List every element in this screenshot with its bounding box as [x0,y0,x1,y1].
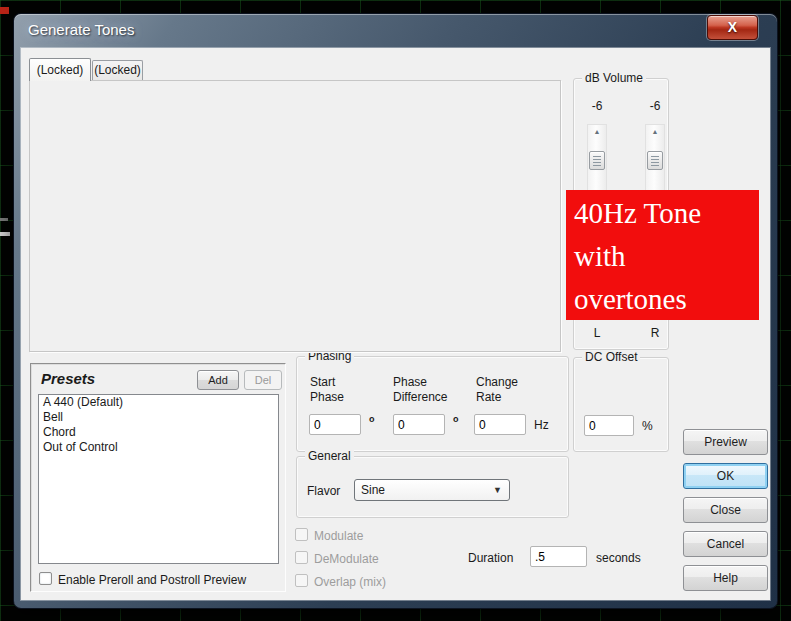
close-icon: X [728,19,737,35]
tab-label: (Locked) [94,63,141,77]
presets-listbox[interactable]: A 440 (Default) Bell Chord Out of Contro… [38,394,279,564]
overlap-checkbox[interactable] [295,574,308,587]
channel-right-label: R [645,326,665,340]
label-line: Start [310,375,335,389]
modulate-checkbox[interactable] [295,528,308,541]
db-right-value: -6 [640,99,670,113]
start-phase-unit: o [369,414,375,424]
channel-left-label: L [587,326,607,340]
thumb-grip-icon [651,156,659,166]
presets-title: Presets [41,370,95,387]
demodulate-checkbox[interactable] [295,551,308,564]
start-phase-input[interactable] [309,414,361,435]
preset-list-item[interactable]: Chord [39,425,278,440]
duration-unit: seconds [596,551,641,565]
annotation-line: 40Hz Tone [574,192,759,235]
preroll-checkbox[interactable] [39,572,52,585]
backdrop-tick-mark [0,218,8,221]
preview-button[interactable]: Preview [683,429,768,455]
label-line: Phase [310,390,344,404]
dialog-client-area: (Locked) (Locked) ✔ Lock to these settin… [21,48,770,600]
help-button[interactable]: Help [683,565,768,591]
slider-thumb[interactable] [647,151,663,170]
annotation-line: with [574,235,759,278]
tab-locked-1[interactable]: (Locked) [29,58,91,81]
preset-list-item[interactable]: A 440 (Default) [39,395,278,410]
modulate-label: Modulate [314,529,363,543]
dc-offset-title: DC Offset [582,350,640,364]
dropdown-arrow-icon: ▼ [493,480,502,501]
preset-del-button[interactable]: Del [244,370,282,390]
phase-difference-label: Phase Difference [393,375,447,405]
cancel-button[interactable]: Cancel [683,531,768,557]
label-line: Phase [393,375,427,389]
titlebar[interactable]: Generate Tones X [14,14,777,48]
tab-label: (Locked) [37,63,84,77]
desktop-background: Generate Tones X (Locked) (Locked) ✔ Loc… [0,0,791,621]
flavor-dropdown[interactable]: Sine ▼ [354,479,510,501]
tab-locked-2[interactable]: (Locked) [92,60,143,80]
preset-list-item[interactable]: Out of Control [39,440,278,455]
phase-difference-unit: o [453,414,459,424]
preset-add-button[interactable]: Add [197,370,239,390]
slider-up-icon[interactable]: ▲ [646,128,664,135]
preroll-label: Enable Preroll and Postroll Preview [58,573,246,587]
duration-label: Duration [468,551,513,565]
window-title: Generate Tones [28,21,134,38]
close-button[interactable]: X [707,15,758,40]
annotation-overlay: 40Hz Tone with overtones [566,190,759,320]
overlap-label: Overlap (mix) [314,575,386,589]
slider-up-icon[interactable]: ▲ [588,128,606,135]
tab-page [29,80,561,352]
phasing-group: Phasing Start Phase Phase Difference Cha… [296,356,569,452]
generate-tones-dialog: Generate Tones X (Locked) (Locked) ✔ Loc… [14,14,777,608]
presets-panel: Presets Add Del A 440 (Default) Bell Cho… [30,363,286,592]
close-button-dialog[interactable]: Close [683,497,768,523]
slider-thumb[interactable] [589,151,605,170]
dc-offset-group: DC Offset % [573,357,669,452]
general-group: General Flavor Sine ▼ [296,456,569,518]
db-left-value: -6 [582,99,612,113]
flavor-label: Flavor [307,484,340,498]
backdrop-tick-mark [0,232,10,236]
phase-difference-input[interactable] [393,414,445,435]
thumb-grip-icon [593,156,601,166]
db-volume-title: dB Volume [582,71,646,85]
label-line: Rate [476,390,501,404]
general-title: General [305,449,354,463]
backdrop-red-mark [0,7,9,14]
preset-list-item[interactable]: Bell [39,410,278,425]
annotation-line: overtones [574,278,759,320]
dc-offset-input[interactable] [584,415,634,436]
label-line: Change [476,375,518,389]
change-rate-unit: Hz [534,418,549,432]
demodulate-label: DeModulate [314,552,379,566]
label-line: Difference [393,390,447,404]
ok-button[interactable]: OK [683,463,768,489]
dc-offset-unit: % [642,419,653,433]
change-rate-label: Change Rate [476,375,518,405]
duration-input[interactable] [530,546,587,567]
change-rate-input[interactable] [474,414,526,435]
start-phase-label: Start Phase [310,375,344,405]
flavor-selected-value: Sine [355,483,385,497]
